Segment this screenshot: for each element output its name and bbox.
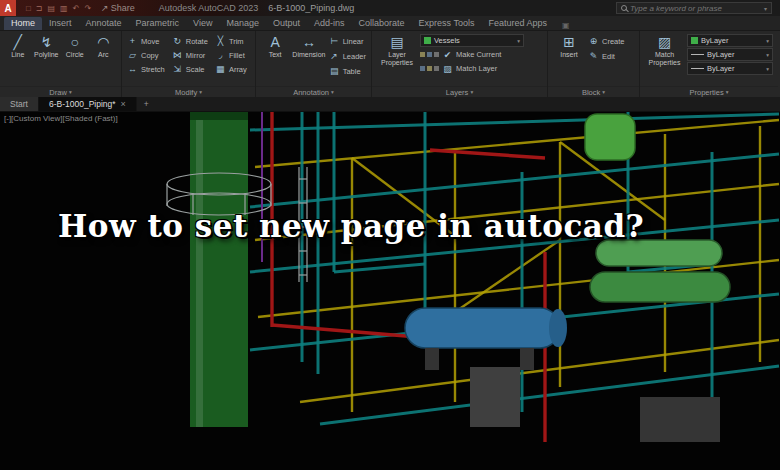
rotate-tool[interactable]: ↻ Rotate bbox=[172, 34, 208, 48]
undo-icon[interactable]: ↶ bbox=[73, 4, 80, 13]
linear-tool[interactable]: ⊢ Linear bbox=[329, 34, 366, 48]
trim-tool[interactable]: ╳ Trim bbox=[215, 34, 247, 48]
redo-icon[interactable]: ↷ bbox=[84, 4, 91, 13]
polyline-label: Polyline bbox=[34, 51, 59, 59]
print-icon[interactable]: ▥ bbox=[60, 4, 68, 13]
fillet-label: Fillet bbox=[229, 51, 245, 60]
move-label: Move bbox=[141, 37, 159, 46]
object-color-dropdown[interactable]: ByLayer ▾ bbox=[687, 34, 773, 47]
viewport-view-control[interactable]: [Custom View] bbox=[11, 114, 62, 123]
layer-state-icons bbox=[420, 66, 439, 71]
tab-manage[interactable]: Manage bbox=[219, 17, 266, 30]
linear-icon: ⊢ bbox=[329, 36, 340, 46]
new-drawing-button[interactable]: + bbox=[137, 97, 156, 111]
layers-label: Layers bbox=[446, 88, 469, 97]
panel-draw: ╱ Line ↯ Polyline ○ Circle ◠ Arc Draw bbox=[0, 31, 122, 97]
vessel-end-cap bbox=[549, 309, 567, 347]
panel-label-block[interactable]: Block ▾ bbox=[548, 86, 639, 97]
panel-label-modify[interactable]: Modify ▾ bbox=[122, 86, 255, 97]
panel-label-properties[interactable]: Properties ▾ bbox=[640, 86, 778, 97]
search-options-icon[interactable]: ▾ bbox=[764, 5, 767, 12]
line-tool[interactable]: ╱ Line bbox=[5, 34, 31, 86]
match-layer-tool[interactable]: ▨ Match Layer bbox=[442, 62, 497, 76]
tab-view[interactable]: View bbox=[186, 17, 219, 30]
layer-dropdown[interactable]: Vessels ▾ bbox=[420, 34, 524, 47]
stretch-tool[interactable]: ↔ Stretch bbox=[127, 62, 165, 76]
search-icon bbox=[621, 5, 627, 11]
panel-label-draw[interactable]: Draw ▾ bbox=[0, 86, 121, 97]
ribbon-tab-bar: Home Insert Annotate Parametric View Man… bbox=[0, 16, 780, 31]
block-label: Block bbox=[582, 88, 600, 97]
text-icon: A bbox=[270, 34, 279, 51]
open-icon[interactable]: ⊐ bbox=[36, 4, 43, 13]
drawing-tab[interactable]: 6-B-1000_Piping* × bbox=[39, 97, 137, 111]
array-tool[interactable]: ▦ Array bbox=[215, 62, 247, 76]
viewport-controls: [-] [Custom View] [Shaded (Fast)] bbox=[4, 114, 118, 123]
layer-properties-tool[interactable]: ▤ Layer Properties bbox=[377, 34, 417, 86]
array-label: Array bbox=[229, 65, 247, 74]
ribbon-display-toggle-icon[interactable]: ▣ bbox=[562, 21, 570, 30]
viewport-menu-control[interactable]: [-] bbox=[4, 114, 11, 123]
chevron-down-icon: ▾ bbox=[69, 89, 72, 95]
copy-tool[interactable]: ▱ Copy bbox=[127, 48, 165, 62]
panel-label-annotation[interactable]: Annotation ▾ bbox=[256, 86, 371, 97]
tab-insert[interactable]: Insert bbox=[42, 17, 79, 30]
drawing-viewport[interactable]: [-] [Custom View] [Shaded (Fast)] bbox=[0, 112, 780, 470]
panel-label-layers[interactable]: Layers ▾ bbox=[372, 86, 547, 97]
linetype-dropdown[interactable]: ByLayer ▾ bbox=[687, 62, 773, 75]
match-layer-label: Match Layer bbox=[456, 64, 497, 73]
search-input[interactable] bbox=[630, 4, 761, 13]
trim-icon: ╳ bbox=[215, 36, 226, 46]
text-tool[interactable]: A Text bbox=[261, 34, 289, 86]
quick-access-toolbar: □ ⊐ ▤ ▥ ↶ ↷ bbox=[20, 4, 97, 13]
arc-tool[interactable]: ◠ Arc bbox=[91, 34, 117, 86]
match-properties-label: Match Properties bbox=[645, 51, 684, 67]
polyline-tool[interactable]: ↯ Polyline bbox=[34, 34, 60, 86]
save-icon[interactable]: ▤ bbox=[48, 4, 56, 13]
tab-featured-apps[interactable]: Featured Apps bbox=[481, 17, 554, 30]
share-button[interactable]: ↗ Share bbox=[101, 3, 135, 13]
tab-express-tools[interactable]: Express Tools bbox=[412, 17, 482, 30]
tab-output[interactable]: Output bbox=[266, 17, 307, 30]
tab-annotate[interactable]: Annotate bbox=[79, 17, 129, 30]
insert-tool[interactable]: ⊞ Insert bbox=[553, 34, 585, 86]
chevron-down-icon: ▾ bbox=[470, 89, 473, 95]
create-block-tool[interactable]: ⊕ Create bbox=[588, 34, 625, 48]
help-search: ▾ bbox=[616, 2, 772, 14]
properties-label: Properties bbox=[690, 88, 724, 97]
rotate-icon: ↻ bbox=[172, 36, 183, 46]
layer-properties-label: Layer Properties bbox=[377, 51, 417, 67]
dimension-tool[interactable]: ↔ Dimension bbox=[292, 34, 325, 86]
viewport-visual-style-control[interactable]: [Shaded (Fast)] bbox=[63, 114, 118, 123]
move-icon: + bbox=[127, 36, 138, 46]
make-current-tool[interactable]: ✔ Make Current bbox=[442, 48, 501, 62]
chevron-down-icon: ▾ bbox=[766, 66, 769, 72]
fillet-tool[interactable]: ◞ Fillet bbox=[215, 48, 247, 62]
mirror-tool[interactable]: ⋈ Mirror bbox=[172, 48, 208, 62]
tab-collaborate[interactable]: Collaborate bbox=[352, 17, 412, 30]
leader-icon: ↗ bbox=[329, 51, 340, 61]
move-tool[interactable]: + Move bbox=[127, 34, 165, 48]
match-properties-tool[interactable]: ▨ Match Properties bbox=[645, 34, 684, 86]
dimension-label: Dimension bbox=[292, 51, 325, 59]
match-properties-icon: ▨ bbox=[658, 34, 671, 51]
copy-label: Copy bbox=[141, 51, 159, 60]
lineweight-dropdown[interactable]: ByLayer ▾ bbox=[687, 48, 773, 61]
start-tab[interactable]: Start bbox=[0, 97, 39, 111]
autocad-logo[interactable]: A bbox=[0, 0, 16, 16]
close-icon[interactable]: × bbox=[121, 99, 126, 109]
tab-add-ins[interactable]: Add-ins bbox=[307, 17, 352, 30]
table-tool[interactable]: ▤ Table bbox=[329, 64, 366, 78]
scale-icon: ⇲ bbox=[172, 64, 183, 74]
lineweight-icon bbox=[691, 54, 704, 55]
edit-block-tool[interactable]: ✎ Edit bbox=[588, 49, 625, 63]
tab-home[interactable]: Home bbox=[4, 17, 42, 30]
linetype-icon bbox=[691, 68, 704, 69]
dimension-icon: ↔ bbox=[302, 34, 316, 51]
leader-tool[interactable]: ↗ Leader bbox=[329, 49, 366, 63]
scale-tool[interactable]: ⇲ Scale bbox=[172, 62, 208, 76]
circle-tool[interactable]: ○ Circle bbox=[62, 34, 88, 86]
new-icon[interactable]: □ bbox=[26, 4, 31, 13]
tab-parametric[interactable]: Parametric bbox=[129, 17, 187, 30]
rotate-label: Rotate bbox=[186, 37, 208, 46]
